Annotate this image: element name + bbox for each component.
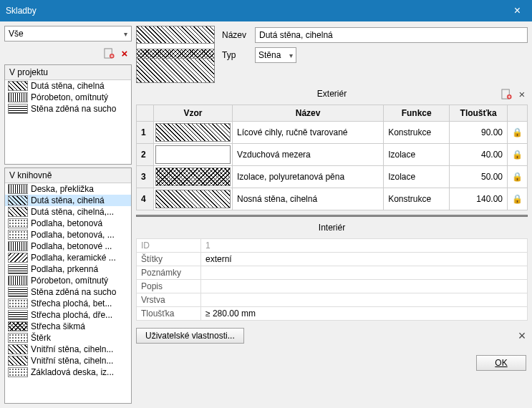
list-item-label: Dutá stěna, cihelná,... (31, 207, 114, 217)
layer-name[interactable]: Izolace, polyuretanová pěna (233, 166, 384, 188)
ok-button[interactable]: OK (476, 355, 526, 371)
list-item[interactable]: Podlaha, betonové ... (5, 241, 131, 252)
lock-icon: 🔒 (512, 194, 523, 204)
hatch-icon (8, 287, 28, 297)
hatch-icon (8, 310, 28, 320)
hatch-icon (8, 264, 28, 274)
table-row[interactable]: 4Nosná stěna, cihelnáKonstrukce140.00🔒 (137, 188, 528, 210)
table-row: Vrstva (137, 293, 528, 307)
list-item[interactable]: Štěrk (5, 332, 131, 344)
list-item[interactable]: Základová deska, iz... (5, 366, 131, 378)
add-layer-button[interactable] (500, 88, 512, 99)
project-toolbar: × (4, 44, 132, 62)
list-item[interactable]: Dutá stěna, cihelná,... (5, 206, 131, 218)
layer-thickness[interactable]: 90.00 (450, 122, 508, 144)
list-item[interactable]: Dutá stěna, cihelná (5, 195, 131, 206)
table-row: Tloušťka≥ 280.00 mm (137, 307, 528, 321)
hatch-icon (8, 195, 28, 205)
lock-toggle[interactable]: 🔒 (508, 166, 528, 188)
close-properties-button[interactable]: × (516, 330, 528, 341)
table-row: Poznámky (137, 266, 528, 280)
name-label: Název (222, 30, 249, 40)
list-item[interactable]: Podlaha, betonová (5, 218, 131, 229)
pattern-cell[interactable] (154, 122, 233, 144)
list-item-label: Podlaha, betonová (31, 218, 102, 228)
list-item[interactable]: Střecha šikmá (5, 321, 131, 332)
chevron-down-icon: ▾ (289, 52, 293, 59)
project-list: Dutá stěna, cihelnáPórobeton, omítnutýSt… (5, 80, 131, 164)
list-item[interactable]: Vnitřní stěna, ciheln... (5, 344, 131, 355)
list-item-label: Pórobeton, omítnutý (31, 276, 108, 286)
table-row[interactable]: 1Lícové cihly, ručně tvarovanéKonstrukce… (137, 122, 528, 144)
lock-header (508, 105, 528, 122)
prop-key: Štítky (137, 253, 201, 266)
name-input[interactable] (255, 27, 528, 43)
remove-layer-button[interactable]: × (516, 88, 528, 99)
table-row: Štítkyexterní (137, 253, 528, 266)
prop-value[interactable]: externí (201, 253, 528, 266)
left-column: Vše ▾ × V projektu Dutá stěna, cihelnáPó… (4, 26, 132, 404)
add-item-button[interactable] (103, 47, 115, 59)
separator-bar[interactable] (136, 215, 528, 217)
layer-name[interactable]: Nosná stěna, cihelná (233, 188, 384, 210)
layer-thickness[interactable]: 140.00 (450, 188, 508, 210)
table-row: Popis (137, 280, 528, 293)
prop-value[interactable]: ≥ 280.00 mm (201, 307, 528, 321)
layers-table: Vzor Název Funkce Tloušťka 1Lícové cihly… (136, 105, 528, 210)
list-item[interactable]: Stěna zděná na sucho (5, 103, 131, 115)
layer-name[interactable]: Lícové cihly, ručně tvarované (233, 122, 384, 144)
lock-icon: 🔒 (512, 150, 523, 160)
composition-preview (136, 26, 215, 83)
pattern-cell[interactable] (154, 166, 233, 188)
close-icon[interactable]: × (508, 4, 526, 17)
list-item[interactable]: Podlaha, betonová, ... (5, 229, 131, 241)
list-item[interactable]: Dutá stěna, cihelná (5, 80, 131, 92)
pattern-header: Vzor (154, 105, 233, 122)
list-item[interactable]: Stěna zděná na sucho (5, 286, 131, 298)
pattern-cell[interactable] (154, 144, 233, 166)
lock-toggle[interactable]: 🔒 (508, 122, 528, 144)
hatch-icon (8, 298, 28, 309)
list-item[interactable]: Pórobeton, omítnutý (5, 92, 131, 103)
list-item-label: Dutá stěna, cihelná (31, 81, 105, 91)
hatch-icon (8, 92, 28, 102)
layer-thickness[interactable]: 40.00 (450, 144, 508, 166)
layer-thickness[interactable]: 50.00 (450, 166, 508, 188)
prop-value[interactable] (201, 293, 528, 307)
list-item[interactable]: Pórobeton, omítnutý (5, 275, 131, 286)
hatch-icon (8, 104, 28, 114)
type-select[interactable]: Stěna ▾ (255, 47, 296, 63)
lock-toggle[interactable]: 🔒 (508, 144, 528, 166)
table-row[interactable]: 3Izolace, polyuretanová pěnaIzolace50.00… (137, 166, 528, 188)
prop-value[interactable]: 1 (201, 239, 528, 253)
filter-dropdown[interactable]: Vše ▾ (4, 26, 132, 42)
prop-value[interactable] (201, 280, 528, 293)
prop-value[interactable] (201, 266, 528, 280)
layer-function[interactable]: Konstrukce (384, 122, 450, 144)
layer-name[interactable]: Vzduchová mezera (233, 144, 384, 166)
list-item[interactable]: Střecha plochá, bet... (5, 298, 131, 309)
layer-function[interactable]: Izolace (384, 166, 450, 188)
lock-icon: 🔒 (512, 127, 523, 137)
layer-function[interactable]: Konstrukce (384, 188, 450, 210)
list-item[interactable]: Střecha plochá, dře... (5, 309, 131, 321)
list-item-label: Podlaha, prkenná (31, 264, 98, 274)
interior-header: Interiér (136, 221, 528, 234)
table-row[interactable]: 2Vzduchová mezeraIzolace40.00🔒 (137, 144, 528, 166)
prop-key: Poznámky (137, 266, 201, 280)
lock-toggle[interactable]: 🔒 (508, 188, 528, 210)
delete-item-button[interactable]: × (119, 47, 130, 59)
list-item[interactable]: Podlaha, keramické ... (5, 252, 131, 263)
titlebar: Skladby × (0, 0, 532, 21)
pattern-cell[interactable] (154, 188, 233, 210)
hatch-icon (8, 230, 28, 240)
lock-icon: 🔒 (512, 172, 523, 182)
user-properties-button[interactable]: Uživatelské vlastnosti... (136, 328, 244, 344)
project-panel: V projektu Dutá stěna, cihelnáPórobeton,… (4, 64, 132, 165)
list-item-label: Střecha šikmá (31, 321, 85, 331)
row-number: 4 (137, 188, 154, 210)
list-item[interactable]: Vnitřní stěna, ciheln... (5, 355, 131, 366)
list-item[interactable]: Podlaha, prkenná (5, 263, 131, 275)
list-item[interactable]: Deska, překližka (5, 183, 131, 195)
layer-function[interactable]: Izolace (384, 144, 450, 166)
